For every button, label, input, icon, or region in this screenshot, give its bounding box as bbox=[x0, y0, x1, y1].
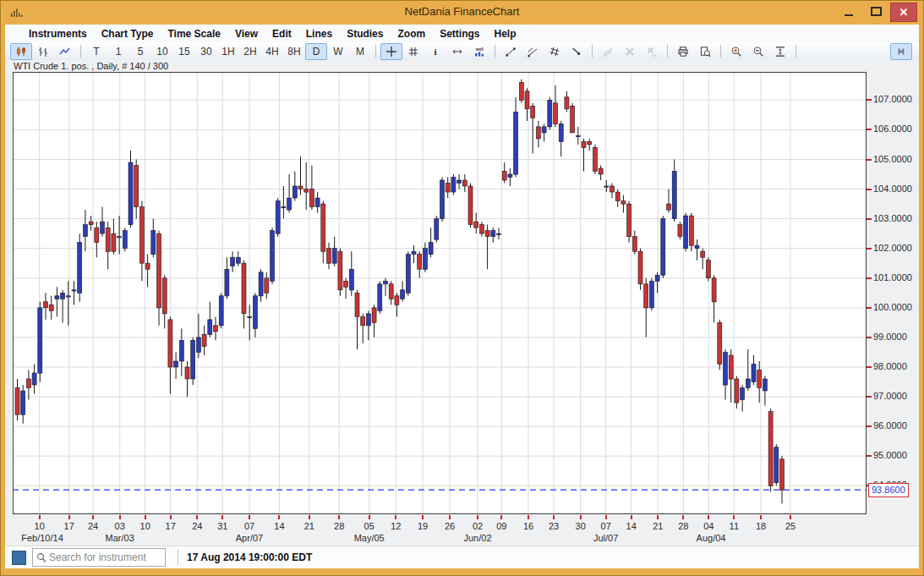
toolbar-timeframe-4h[interactable]: 4H bbox=[261, 43, 283, 60]
price-axis-label: 105.0000 bbox=[873, 154, 912, 164]
toolbar-timeframe-d[interactable]: D bbox=[305, 43, 327, 60]
price-axis-tick bbox=[867, 277, 872, 279]
toolbar-delete-all-button[interactable]: all bbox=[641, 43, 663, 60]
menu-item-zoom[interactable]: Zoom bbox=[397, 28, 425, 40]
toolbar-pan-horizontal-button[interactable] bbox=[446, 43, 468, 60]
time-axis-tick bbox=[196, 515, 198, 519]
price-axis-label: 102.0000 bbox=[873, 243, 912, 253]
time-axis-day-label: 21 bbox=[298, 521, 320, 531]
candlestick-plot[interactable] bbox=[13, 72, 867, 514]
toolbar-timeframe-m[interactable]: M bbox=[349, 43, 371, 60]
quote-timestamp: 17 Aug 2014 19:00:00 EDT bbox=[187, 551, 312, 563]
menu-item-instruments[interactable]: Instruments bbox=[29, 28, 87, 40]
time-axis-day-label: 03 bbox=[109, 521, 131, 531]
time-axis-day-label: 09 bbox=[490, 521, 512, 531]
time-axis-day-label: 11 bbox=[723, 521, 745, 531]
toolbar-timeframe-10[interactable]: 10 bbox=[151, 43, 173, 60]
toolbar-delete-selected-button[interactable] bbox=[619, 43, 641, 60]
time-axis-day-label: 24 bbox=[82, 521, 104, 531]
search-input[interactable] bbox=[47, 551, 165, 563]
time-axis-tick bbox=[631, 515, 632, 519]
toolbar-separator bbox=[592, 45, 593, 58]
time-axis-day-label: 16 bbox=[517, 521, 539, 531]
toolbar-pin-button[interactable] bbox=[890, 43, 912, 60]
toolbar-zoom-out-button[interactable] bbox=[747, 43, 769, 60]
price-axis-tick bbox=[867, 396, 872, 398]
time-axis-day-label: 25 bbox=[779, 521, 801, 531]
toolbar-timeframe-2h[interactable]: 2H bbox=[239, 43, 261, 60]
time-axis-tick bbox=[249, 515, 250, 519]
chart-info-label: WTI Crude 1. pos. , Daily, # 140 / 300 bbox=[14, 61, 168, 71]
minimize-button[interactable] bbox=[836, 3, 861, 20]
time-axis-tick bbox=[528, 515, 529, 519]
toolbar-timeframe-30[interactable]: 30 bbox=[195, 43, 217, 60]
search-box[interactable] bbox=[32, 548, 166, 567]
menu-item-view[interactable]: View bbox=[235, 28, 258, 40]
minimize-icon bbox=[845, 14, 853, 16]
time-axis[interactable]: 1017240310172431071421280512192602091623… bbox=[13, 514, 868, 548]
toolbar-separator bbox=[375, 45, 376, 58]
time-axis-day-label: 10 bbox=[29, 521, 51, 531]
time-axis-tick bbox=[92, 515, 94, 519]
toolbar-trend-line-button[interactable] bbox=[500, 43, 522, 60]
toolbar-timeframe-w[interactable]: W bbox=[327, 43, 349, 60]
menu-item-help[interactable]: Help bbox=[494, 28, 516, 40]
maximize-button[interactable] bbox=[863, 3, 888, 20]
toolbar-print-button[interactable] bbox=[672, 43, 694, 60]
toolbar-info-button[interactable]: i bbox=[424, 43, 446, 60]
toolbar-timeframe-1h[interactable]: 1H bbox=[217, 43, 239, 60]
menu-item-lines[interactable]: Lines bbox=[306, 28, 332, 40]
time-axis-tick bbox=[338, 515, 340, 519]
toolbar-ohlc-bars-button[interactable] bbox=[32, 43, 54, 60]
time-axis-tick bbox=[580, 515, 582, 519]
toolbar-timeframe-1[interactable]: 1 bbox=[107, 43, 129, 60]
toolbar-fit-vertical-button[interactable] bbox=[769, 43, 791, 60]
time-axis-month-label: Feb/10/14 bbox=[13, 533, 72, 543]
time-axis-month-label: May/05 bbox=[340, 533, 399, 543]
toolbar: T151015301H2H4H8HDWMivolall bbox=[5, 42, 919, 60]
time-axis-month-label: Jun/02 bbox=[448, 533, 507, 543]
toolbar-candlestick-chart-button[interactable] bbox=[10, 43, 32, 60]
time-axis-tick bbox=[145, 515, 146, 519]
time-axis-day-label: 02 bbox=[467, 521, 489, 531]
time-axis-day-label: 21 bbox=[647, 521, 669, 531]
svg-text:vol: vol bbox=[476, 46, 484, 51]
menu-item-time-scale[interactable]: Time Scale bbox=[167, 28, 220, 40]
time-axis-month-label: Aug/04 bbox=[681, 533, 741, 543]
menu-item-settings[interactable]: Settings bbox=[440, 28, 479, 40]
toolbar-crosshair-button[interactable] bbox=[380, 43, 402, 60]
toolbar-multi-lines-button[interactable] bbox=[597, 43, 619, 60]
time-axis-tick bbox=[682, 515, 684, 519]
time-axis-day-label: 23 bbox=[543, 521, 565, 531]
toolbar-zoom-in-button[interactable] bbox=[725, 43, 747, 60]
price-axis-tick bbox=[867, 189, 872, 190]
menu-item-chart-type[interactable]: Chart Type bbox=[101, 28, 154, 40]
time-axis-day-label: 17 bbox=[58, 521, 80, 531]
price-axis[interactable]: 107.0000106.0000105.0000104.0000103.0000… bbox=[867, 72, 919, 514]
menu-item-edit[interactable]: Edit bbox=[272, 28, 292, 40]
time-axis-tick bbox=[449, 515, 451, 519]
toolbar-parallel-lines-button[interactable] bbox=[544, 43, 566, 60]
toolbar-arrow-draw-button[interactable] bbox=[566, 43, 588, 60]
time-axis-day-label: 26 bbox=[439, 521, 461, 531]
time-axis-tick bbox=[733, 515, 735, 519]
time-axis-tick bbox=[221, 515, 223, 519]
toolbar-volume-button[interactable]: vol bbox=[468, 43, 490, 60]
toolbar-line-chart-button[interactable] bbox=[54, 43, 76, 60]
toolbar-timeframe-15[interactable]: 15 bbox=[173, 43, 195, 60]
toolbar-print-preview-button[interactable] bbox=[694, 43, 716, 60]
svg-text:all: all bbox=[652, 52, 657, 57]
toolbar-grid-button[interactable] bbox=[402, 43, 424, 60]
toolbar-trend-channel-button[interactable] bbox=[522, 43, 544, 60]
instrument-color-swatch[interactable] bbox=[12, 551, 26, 565]
toolbar-timeframe-8h[interactable]: 8H bbox=[283, 43, 305, 60]
window-titlebar[interactable]: NetDania FinanceChart ✕ bbox=[0, 0, 924, 25]
menu-item-studies[interactable]: Studies bbox=[347, 28, 383, 40]
toolbar-timeframe-5[interactable]: 5 bbox=[129, 43, 151, 60]
time-axis-day-label: 18 bbox=[750, 521, 772, 531]
price-axis-label: 95.0000 bbox=[873, 450, 907, 460]
close-button[interactable]: ✕ bbox=[890, 3, 917, 22]
toolbar-timeframe-t[interactable]: T bbox=[85, 43, 107, 60]
time-axis-tick bbox=[369, 515, 370, 519]
price-axis-tick bbox=[867, 455, 872, 457]
